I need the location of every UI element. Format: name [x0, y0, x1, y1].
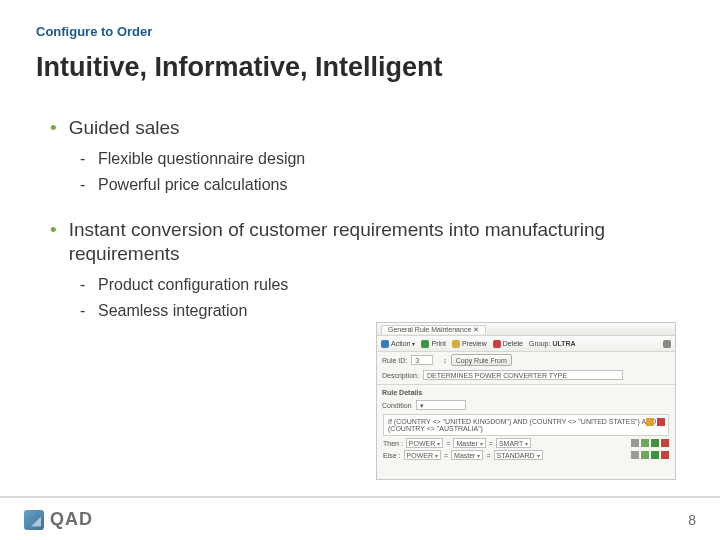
move-up-icon[interactable] [641, 451, 649, 459]
then-label: Then : [383, 440, 403, 447]
then-field-2[interactable]: Master [453, 438, 485, 448]
logo-text: QAD [50, 509, 93, 530]
page-number: 8 [688, 512, 696, 528]
print-button[interactable]: Print [421, 340, 445, 348]
condition-text: If (COUNTRY <> "UNITED KINGDOM") AND (CO… [388, 418, 656, 432]
else-field-3[interactable]: STANDARD [494, 450, 543, 460]
app-tab[interactable]: General Rule Maintenance✕ [381, 325, 486, 334]
rule-id-label: Rule ID: [382, 357, 407, 364]
else-label: Else : [383, 452, 401, 459]
preview-icon [452, 340, 460, 348]
add-icon[interactable] [651, 439, 659, 447]
condition-label: Condition [382, 402, 412, 409]
copy-rule-button[interactable]: Copy Rule From [451, 354, 512, 366]
then-field-3[interactable]: SMART [496, 438, 531, 448]
add-icon[interactable] [651, 451, 659, 459]
app-toolbar: Action▾ Print Preview Delete Group: ULTR… [377, 336, 675, 352]
bullet-text: Instant conversion of customer requireme… [69, 218, 629, 266]
action-menu[interactable]: Action▾ [381, 340, 415, 348]
condition-dropdown[interactable]: ▾ [416, 400, 466, 410]
description-field[interactable]: DETERMINES POWER CONVERTER TYPE [423, 370, 623, 380]
delete-button[interactable]: Delete [493, 340, 523, 348]
lookup-icon[interactable] [631, 439, 639, 447]
description-label: Description: [382, 372, 419, 379]
rule-id-field[interactable]: 3 [411, 355, 433, 365]
brand-logo: QAD [24, 509, 93, 530]
else-field-2[interactable]: Master [451, 450, 483, 460]
logo-mark-icon [24, 510, 44, 530]
sub-bullet: -Powerful price calculations [80, 174, 684, 196]
close-icon[interactable]: ✕ [473, 326, 479, 333]
group-label: Group: ULTRA [529, 340, 576, 347]
edit-icon[interactable] [646, 418, 654, 426]
bullet-marker: • [50, 218, 57, 242]
help-icon [663, 340, 671, 348]
stepper-icon[interactable]: ↕ [443, 357, 447, 364]
bullet-text: Guided sales [69, 116, 180, 140]
lookup-icon[interactable] [631, 451, 639, 459]
bullet-2: • Instant conversion of customer require… [50, 218, 684, 266]
app-tabbar: General Rule Maintenance✕ [377, 323, 675, 336]
bullet-1: • Guided sales [50, 116, 684, 140]
sub-bullet: -Product configuration rules [80, 274, 684, 296]
action-icon [381, 340, 389, 348]
sub-bullet: -Flexible questionnaire design [80, 148, 684, 170]
preview-button[interactable]: Preview [452, 340, 487, 348]
help-button[interactable] [663, 340, 671, 348]
remove-icon[interactable] [661, 439, 669, 447]
sub-bullet: -Seamless integration [80, 300, 684, 322]
embedded-app-window: General Rule Maintenance✕ Action▾ Print … [376, 322, 676, 480]
remove-icon[interactable] [657, 418, 665, 426]
footer-divider [0, 496, 720, 498]
else-row: Else : POWER = Master = STANDARD [383, 450, 669, 460]
bullet-marker: • [50, 116, 57, 140]
rule-details-label: Rule Details [382, 389, 422, 396]
then-row: Then : POWER = Master = SMART [383, 438, 669, 448]
delete-icon [493, 340, 501, 348]
content-area: • Guided sales -Flexible questionnaire d… [50, 116, 684, 344]
remove-icon[interactable] [661, 451, 669, 459]
kicker: Configure to Order [36, 24, 152, 39]
print-icon [421, 340, 429, 348]
then-field-1[interactable]: POWER [406, 438, 443, 448]
else-field-1[interactable]: POWER [404, 450, 441, 460]
move-up-icon[interactable] [641, 439, 649, 447]
condition-box: If (COUNTRY <> "UNITED KINGDOM") AND (CO… [383, 414, 669, 436]
slide-title: Intuitive, Informative, Intelligent [36, 52, 443, 83]
